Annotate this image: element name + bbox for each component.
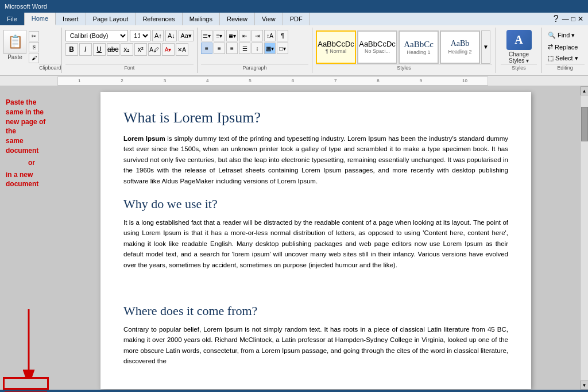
font-size-select[interactable]: 11 bbox=[130, 30, 150, 41]
italic-button[interactable]: I bbox=[79, 43, 92, 56]
style-normal-label: ¶ Normal bbox=[326, 48, 346, 54]
paste-icon: 📋 bbox=[3, 30, 26, 54]
annotation-line6: document bbox=[6, 180, 38, 188]
title-bar: Microsoft Word bbox=[0, 0, 588, 13]
scroll-up-button[interactable]: ▲ bbox=[581, 86, 589, 95]
title-text: Microsoft Word bbox=[5, 3, 47, 10]
page-break-spacer bbox=[123, 276, 508, 293]
font-color-button[interactable]: A▾ bbox=[162, 43, 175, 56]
para-list-row: ☰▾ ≡▾ ≣▾ ⇤ ⇥ ↕A ¶ bbox=[201, 30, 308, 41]
editing-label: Editing bbox=[546, 64, 585, 71]
align-right-button[interactable]: ≡ bbox=[226, 43, 238, 54]
change-styles-label[interactable]: ChangeStyles ▾ bbox=[509, 51, 529, 64]
document-p2: It is a long established fact that a rea… bbox=[123, 217, 508, 270]
find-label: Find ▾ bbox=[558, 32, 575, 39]
scroll-thumb[interactable] bbox=[581, 107, 588, 141]
styles-scroll-button[interactable]: ▼ bbox=[481, 30, 490, 64]
styles-group: AaBbCcDc ¶ Normal AaBbCcDc No Spaci... A… bbox=[312, 28, 496, 73]
borders-button[interactable]: □▾ bbox=[277, 43, 288, 54]
change-case-button[interactable]: Aa▾ bbox=[179, 30, 194, 41]
document-h2: Why do we use it? bbox=[123, 197, 508, 212]
strikethrough-button[interactable]: abc bbox=[107, 43, 119, 56]
find-button[interactable]: 🔍 Find ▾ bbox=[546, 30, 585, 41]
multilevel-list-button[interactable]: ≣▾ bbox=[226, 30, 238, 41]
tab-mailings[interactable]: Mailings bbox=[183, 13, 220, 25]
style-heading1[interactable]: AaBbCc Heading 1 bbox=[399, 30, 439, 64]
font-group: Calibri (Body) 11 A↑ A↓ Aa▾ B I U abc x₂… bbox=[62, 28, 198, 73]
annotation-line4: same document bbox=[6, 137, 38, 155]
numbering-button[interactable]: ≡▾ bbox=[214, 30, 225, 41]
help-icon[interactable]: ? bbox=[554, 14, 559, 24]
tab-insert[interactable]: Insert bbox=[56, 13, 86, 25]
copy-button[interactable]: ⎘ bbox=[29, 42, 39, 52]
style-heading2-preview: AaBb bbox=[451, 39, 470, 49]
close-icon[interactable]: ✕ bbox=[578, 15, 583, 23]
style-heading2-label: Heading 2 bbox=[448, 49, 471, 55]
scroll-down-button[interactable]: ▼ bbox=[581, 381, 589, 390]
paragraph-label: Paragraph bbox=[201, 64, 308, 71]
bold-button[interactable]: B bbox=[65, 43, 78, 56]
change-styles-group: A ChangeStyles ▾ Styles bbox=[496, 28, 542, 73]
clipboard-group: 📋 Paste ✂ ⎘ 🖌 Clipboard bbox=[0, 28, 62, 73]
document-p1-text: is simply dummy text of the printing and… bbox=[123, 135, 508, 185]
increase-font-button[interactable]: A↑ bbox=[152, 30, 164, 41]
style-normal[interactable]: AaBbCcDc ¶ Normal bbox=[316, 30, 356, 64]
ruler: 12345678910 bbox=[0, 76, 588, 86]
font-label: Font bbox=[65, 64, 194, 71]
select-button[interactable]: ⬚ Select ▾ bbox=[546, 52, 585, 64]
justify-button[interactable]: ☰ bbox=[239, 43, 250, 54]
style-no-spacing-preview: AaBbCcDc bbox=[359, 40, 396, 49]
styles-row: AaBbCcDc ¶ Normal AaBbCcDc No Spaci... A… bbox=[316, 30, 492, 64]
show-hide-button[interactable]: ¶ bbox=[277, 30, 288, 41]
tab-review[interactable]: Review bbox=[220, 13, 255, 25]
replace-button[interactable]: ⇄ Replace bbox=[546, 41, 585, 53]
status-bar: Page: 2 of 3 Words: 1,022 🌐 English (Ind… bbox=[0, 390, 588, 392]
tab-references[interactable]: References bbox=[136, 13, 182, 25]
arrow-down-icon bbox=[20, 309, 37, 378]
shading-button[interactable]: ▩▾ bbox=[264, 43, 276, 54]
horizontal-ruler: 12345678910 bbox=[57, 76, 488, 86]
style-normal-preview: AaBbCcDc bbox=[318, 40, 354, 49]
superscript-button[interactable]: x² bbox=[134, 43, 147, 56]
doc-container: What is Lorem Ipsum? Lorem Ipsum is simp… bbox=[57, 86, 580, 390]
change-styles-icon[interactable]: A bbox=[506, 30, 532, 50]
document[interactable]: What is Lorem Ipsum? Lorem Ipsum is simp… bbox=[100, 92, 531, 389]
annotation-text: Paste the same in the new page of the sa… bbox=[6, 98, 57, 189]
maximize-icon[interactable]: □ bbox=[571, 15, 575, 23]
editing-group: 🔍 Find ▾ ⇄ Replace ⬚ Select ▾ Editing bbox=[542, 28, 588, 73]
annotation-line3: new page of the bbox=[6, 118, 45, 136]
tab-view[interactable]: View bbox=[255, 13, 283, 25]
increase-indent-button[interactable]: ⇥ bbox=[252, 30, 263, 41]
vertical-scrollbar[interactable]: ▲ ▼ bbox=[580, 86, 588, 390]
page-indicator-box bbox=[3, 377, 49, 390]
tab-file[interactable]: File bbox=[0, 13, 25, 25]
paste-button[interactable]: 📋 Paste bbox=[3, 30, 26, 60]
decrease-indent-button[interactable]: ⇤ bbox=[239, 30, 250, 41]
tab-pdf[interactable]: PDF bbox=[283, 13, 310, 25]
underline-button[interactable]: U bbox=[93, 43, 106, 56]
font-name-select[interactable]: Calibri (Body) bbox=[65, 30, 129, 41]
align-left-button[interactable]: ≡ bbox=[201, 43, 212, 54]
format-painter-button[interactable]: 🖌 bbox=[29, 53, 39, 63]
document-h1: What is Lorem Ipsum? bbox=[123, 109, 508, 126]
clear-formatting-button[interactable]: ✕A bbox=[176, 43, 188, 56]
sort-button[interactable]: ↕A bbox=[264, 30, 276, 41]
paragraph-group: ☰▾ ≡▾ ≣▾ ⇤ ⇥ ↕A ¶ ≡ ≡ ≡ ☰ ↕ ▩▾ □▾ Paragr… bbox=[198, 28, 312, 73]
clipboard-small-buttons: ✂ ⎘ 🖌 bbox=[29, 31, 39, 63]
document-p3: Contrary to popular belief, Lorem Ipsum … bbox=[123, 324, 508, 367]
cut-button[interactable]: ✂ bbox=[29, 31, 39, 41]
subscript-button[interactable]: x₂ bbox=[121, 43, 133, 56]
decrease-font-button[interactable]: A↓ bbox=[165, 30, 177, 41]
align-center-button[interactable]: ≡ bbox=[214, 43, 225, 54]
annotation-or: or bbox=[6, 158, 57, 168]
minimize-icon[interactable]: — bbox=[562, 15, 569, 23]
line-spacing-button[interactable]: ↕ bbox=[252, 43, 263, 54]
style-no-spacing[interactable]: AaBbCcDc No Spaci... bbox=[357, 30, 397, 64]
bullets-button[interactable]: ☰▾ bbox=[201, 30, 212, 41]
style-heading1-preview: AaBbCc bbox=[404, 39, 434, 49]
style-no-spacing-label: No Spaci... bbox=[365, 48, 390, 54]
text-highlight-button[interactable]: A🖊 bbox=[148, 43, 161, 56]
tab-page-layout[interactable]: Page Layout bbox=[86, 13, 136, 25]
tab-home[interactable]: Home bbox=[25, 13, 56, 25]
style-heading2[interactable]: AaBb Heading 2 bbox=[440, 30, 480, 64]
